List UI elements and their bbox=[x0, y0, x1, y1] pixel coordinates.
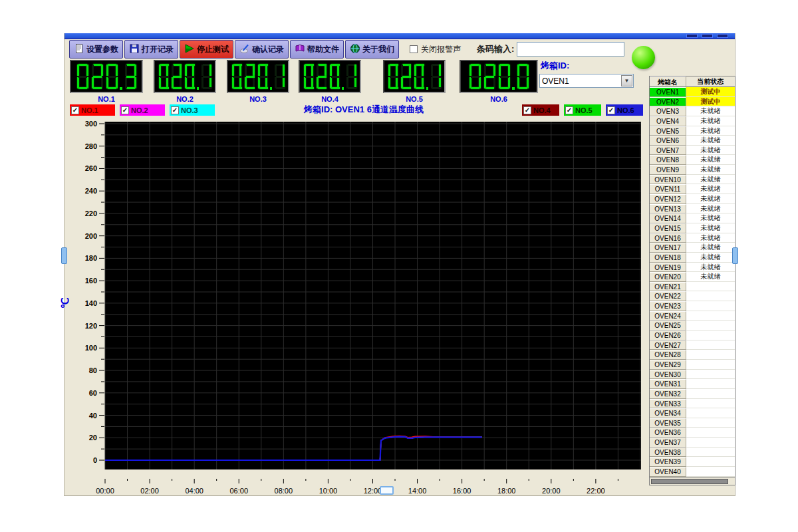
table-row-OVEN8[interactable]: OVEN8未就绪 bbox=[650, 155, 735, 165]
scrollbar-thumb[interactable] bbox=[651, 479, 728, 484]
table-row-OVEN7[interactable]: OVEN7未就绪 bbox=[650, 146, 735, 156]
led-channel-label: NO.1 bbox=[70, 95, 143, 103]
led-channel-label: NO.4 bbox=[299, 95, 361, 103]
checkbox-checked-icon: ✓ bbox=[171, 106, 179, 114]
status-light-green bbox=[632, 46, 655, 69]
channel-toggle-NO.5[interactable]: ✓NO.5 bbox=[564, 104, 601, 116]
table-row-OVEN18[interactable]: OVEN18未就绪 bbox=[650, 253, 735, 263]
mute-alarm-checkbox[interactable]: 关闭报警声 bbox=[410, 44, 461, 55]
table-row-OVEN34[interactable]: OVEN34 bbox=[650, 408, 735, 418]
checkbox-checked-icon: ✓ bbox=[565, 106, 573, 114]
table-row-OVEN10[interactable]: OVEN10未就绪 bbox=[650, 175, 735, 185]
table-row-OVEN37[interactable]: OVEN37 bbox=[650, 438, 735, 448]
table-row-OVEN30[interactable]: OVEN30 bbox=[650, 370, 735, 380]
toolbar-button-打开记录[interactable]: 打开记录 bbox=[124, 40, 178, 59]
table-row-OVEN32[interactable]: OVEN32 bbox=[650, 389, 735, 399]
table-row-OVEN12[interactable]: OVEN12未就绪 bbox=[650, 194, 735, 204]
svg-text:240: 240 bbox=[85, 187, 97, 195]
checkbox-icon bbox=[410, 45, 418, 53]
svg-text:16:00: 16:00 bbox=[453, 487, 471, 495]
seven-segment-value bbox=[154, 60, 216, 93]
toolbar-button-设置参数[interactable]: 设置参数 bbox=[69, 40, 123, 59]
table-row-OVEN5[interactable]: OVEN5未就绪 bbox=[650, 126, 735, 136]
table-row-OVEN11[interactable]: OVEN11未就绪 bbox=[650, 184, 735, 194]
table-row-OVEN21[interactable]: OVEN21 bbox=[650, 282, 735, 292]
table-row-OVEN15[interactable]: OVEN15未就绪 bbox=[650, 223, 735, 233]
table-row-OVEN29[interactable]: OVEN29 bbox=[650, 360, 735, 370]
oven-id-select[interactable]: OVEN1 ▼ bbox=[539, 74, 634, 88]
channel-toggle-NO.1[interactable]: ✓NO.1 bbox=[70, 104, 115, 116]
chevron-down-icon[interactable]: ▼ bbox=[621, 75, 632, 86]
led-channel-label: NO.2 bbox=[154, 95, 216, 103]
channel-toggle-NO.2[interactable]: ✓NO.2 bbox=[120, 104, 165, 116]
toolbar-buttons: 设置参数打开记录停止测试确认记录帮助文件关于我们 bbox=[69, 40, 400, 59]
svg-text:220: 220 bbox=[85, 209, 97, 217]
checkbox-checked-icon: ✓ bbox=[523, 106, 531, 114]
close-button-icon[interactable] bbox=[717, 34, 728, 38]
table-row-OVEN36[interactable]: OVEN36 bbox=[650, 428, 735, 438]
oven-id-selected-value: OVEN1 bbox=[540, 76, 621, 86]
svg-text:260: 260 bbox=[85, 164, 97, 172]
table-row-OVEN13[interactable]: OVEN13未就绪 bbox=[650, 204, 735, 214]
confirm-record-pen-icon bbox=[239, 43, 252, 56]
minimize-button-icon[interactable] bbox=[686, 34, 698, 38]
table-row-OVEN4[interactable]: OVEN4未就绪 bbox=[650, 116, 735, 126]
table-row-OVEN1[interactable]: OVEN1测试中 bbox=[650, 87, 735, 97]
table-row-OVEN27[interactable]: OVEN27 bbox=[650, 340, 735, 350]
table-row-OVEN28[interactable]: OVEN28 bbox=[650, 350, 735, 360]
svg-text:02:00: 02:00 bbox=[140, 487, 159, 495]
led-display-NO.2: NO.2 bbox=[154, 60, 216, 103]
right-edge-handle bbox=[732, 247, 738, 264]
seven-segment-value bbox=[299, 60, 361, 93]
checkbox-checked-icon: ✓ bbox=[71, 106, 79, 114]
stop-test-play-icon bbox=[184, 43, 197, 56]
table-row-OVEN14[interactable]: OVEN14未就绪 bbox=[650, 213, 735, 223]
svg-text:20: 20 bbox=[89, 434, 97, 442]
table-row-OVEN16[interactable]: OVEN16未就绪 bbox=[650, 233, 735, 243]
table-row-OVEN40[interactable]: OVEN40 bbox=[650, 467, 735, 477]
settings-doc-icon bbox=[74, 43, 86, 56]
toolbar-button-停止测试[interactable]: 停止测试 bbox=[180, 40, 233, 59]
horizontal-scrollbar[interactable] bbox=[650, 477, 735, 485]
svg-text:120: 120 bbox=[85, 322, 97, 330]
table-row-OVEN9[interactable]: OVEN9未就绪 bbox=[650, 165, 735, 175]
channel-toggle-NO.3[interactable]: ✓NO.3 bbox=[170, 104, 215, 116]
channel-toggle-NO.6[interactable]: ✓NO.6 bbox=[606, 104, 643, 116]
left-edge-handle bbox=[61, 247, 67, 264]
table-row-OVEN23[interactable]: OVEN23 bbox=[650, 301, 735, 311]
svg-text:280: 280 bbox=[85, 142, 97, 150]
table-row-OVEN3[interactable]: OVEN3未就绪 bbox=[650, 106, 735, 116]
page: 设置参数打开记录停止测试确认记录帮助文件关于我们 关闭报警声 条码输入: NO.… bbox=[0, 0, 798, 532]
maximize-button-icon[interactable] bbox=[702, 34, 713, 38]
table-row-OVEN38[interactable]: OVEN38 bbox=[650, 448, 735, 458]
table-row-OVEN19[interactable]: OVEN19未就绪 bbox=[650, 263, 735, 273]
table-row-OVEN6[interactable]: OVEN6未就绪 bbox=[650, 136, 735, 146]
table-row-OVEN24[interactable]: OVEN24 bbox=[650, 311, 735, 321]
table-row-OVEN31[interactable]: OVEN31 bbox=[650, 379, 735, 389]
led-display-NO.1: NO.1 bbox=[70, 60, 143, 103]
svg-text:140: 140 bbox=[85, 299, 97, 307]
table-row-OVEN20[interactable]: OVEN20未就绪 bbox=[650, 272, 735, 282]
table-row-OVEN22[interactable]: OVEN22 bbox=[650, 291, 735, 301]
svg-text:00:00: 00:00 bbox=[96, 487, 114, 495]
led-channel-label: NO.6 bbox=[460, 95, 538, 103]
barcode-input[interactable] bbox=[517, 42, 624, 57]
table-row-OVEN26[interactable]: OVEN26 bbox=[650, 331, 735, 340]
toolbar-button-关于我们[interactable]: 关于我们 bbox=[345, 40, 399, 59]
table-row-OVEN35[interactable]: OVEN35 bbox=[650, 418, 735, 428]
table-row-OVEN33[interactable]: OVEN33 bbox=[650, 399, 735, 409]
toolbar-button-确认记录[interactable]: 确认记录 bbox=[235, 40, 289, 59]
open-record-floppy-icon bbox=[129, 43, 142, 56]
help-file-book-icon bbox=[295, 43, 307, 56]
table-row-OVEN25[interactable]: OVEN25 bbox=[650, 321, 735, 331]
channel-toggle-NO.4[interactable]: ✓NO.4 bbox=[522, 104, 559, 116]
checkbox-checked-icon: ✓ bbox=[121, 106, 129, 114]
svg-text:04:00: 04:00 bbox=[185, 487, 203, 495]
table-row-OVEN39[interactable]: OVEN39 bbox=[650, 457, 735, 467]
svg-text:10:00: 10:00 bbox=[319, 487, 338, 495]
chart-title: 烤箱ID: OVEN1 6通道温度曲线 bbox=[224, 104, 503, 116]
table-row-OVEN17[interactable]: OVEN17未就绪 bbox=[650, 243, 735, 253]
toolbar-button-帮助文件[interactable]: 帮助文件 bbox=[290, 40, 344, 59]
led-channel-label: NO.3 bbox=[227, 95, 289, 103]
table-row-OVEN2[interactable]: OVEN2测试中 bbox=[650, 97, 735, 107]
